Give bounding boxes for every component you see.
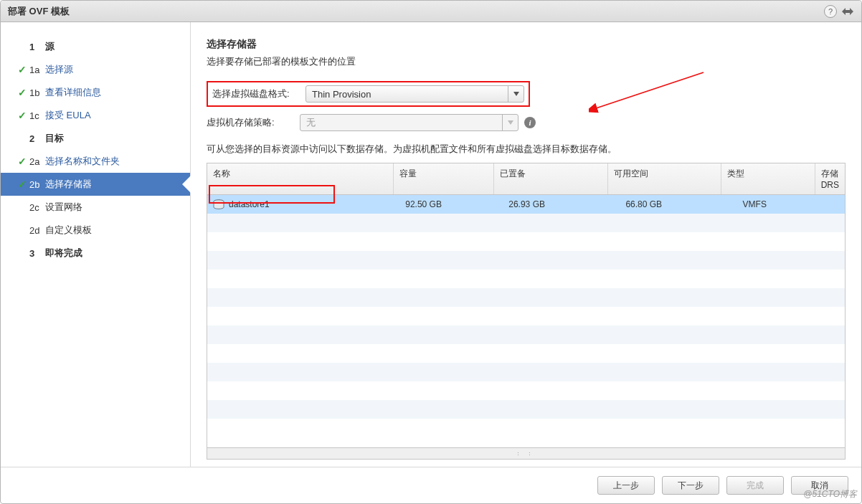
table-row — [207, 214, 845, 232]
wizard-steps-sidebar: 1 源✓1a 选择源✓1b 查看详细信息✓1c 接受 EULA2 目标✓2a 选… — [1, 22, 191, 467]
step-label: 自定义模板 — [45, 224, 92, 237]
cell-type: VMFS — [737, 199, 833, 209]
wizard-step-2: 2 目标 — [1, 127, 190, 150]
wizard-step-3: 3 即将完成 — [1, 242, 190, 265]
back-button[interactable]: 上一步 — [597, 476, 655, 495]
check-icon: ✓ — [15, 110, 29, 121]
table-row — [207, 251, 845, 270]
table-row — [207, 400, 845, 419]
table-body: datastore192.50 GB26.93 GB66.80 GBVMFS — [207, 195, 845, 447]
datastore-name: datastore1 — [229, 199, 270, 209]
step-number: 2d — [29, 225, 45, 236]
step-number: 3 — [29, 248, 45, 259]
table-row — [207, 307, 845, 325]
step-number: 1 — [29, 42, 45, 52]
wizard-step-1a[interactable]: ✓1a 选择源 — [1, 58, 190, 81]
step-label: 目标 — [45, 132, 64, 145]
table-row — [207, 232, 845, 251]
table-row — [207, 288, 845, 307]
disk-format-select[interactable]: Thin Provision — [306, 85, 524, 103]
cell-capacity: 92.50 GB — [399, 199, 503, 209]
wizard-step-2b[interactable]: ✓2b 选择存储器 — [1, 173, 190, 196]
help-icon[interactable]: ? — [824, 5, 837, 18]
horizontal-scrollbar[interactable]: : : — [207, 447, 845, 459]
table-row — [207, 363, 845, 381]
step-number: 1c — [29, 110, 45, 121]
step-number: 2b — [29, 179, 45, 190]
datastore-table: 名称 容量 已置备 可用空间 类型 存储 DRS datastore192.50… — [207, 163, 846, 460]
step-label: 选择存储器 — [45, 178, 92, 191]
step-number: 2c — [29, 202, 45, 213]
finish-button: 完成 — [726, 476, 784, 495]
ovf-deploy-dialog: 部署 OVF 模板 ? 1 源✓1a 选择源✓1b 查看详细信息✓1c 接受 E… — [0, 0, 862, 504]
step-label: 选择名称和文件夹 — [45, 155, 120, 168]
col-header-name[interactable]: 名称 — [207, 163, 394, 194]
step-label: 源 — [45, 40, 55, 53]
cell-free: 66.80 GB — [620, 199, 737, 209]
step-number: 1a — [29, 65, 45, 75]
titlebar: 部署 OVF 模板 ? — [1, 1, 861, 22]
wizard-step-1c[interactable]: ✓1c 接受 EULA — [1, 104, 190, 127]
chevron-down-icon — [502, 115, 518, 130]
cell-name: datastore1 — [207, 199, 399, 209]
col-header-provisioned[interactable]: 已置备 — [494, 163, 607, 194]
col-header-capacity[interactable]: 容量 — [394, 163, 494, 194]
step-number: 2 — [29, 133, 45, 144]
storage-hint-text: 可从您选择的目标资源中访问以下数据存储。为虚拟机配置文件和所有虚拟磁盘选择目标数… — [207, 143, 846, 156]
chevron-down-icon — [508, 86, 524, 102]
col-header-type[interactable]: 类型 — [721, 163, 815, 194]
wizard-step-2a[interactable]: ✓2a 选择名称和文件夹 — [1, 150, 190, 173]
table-row — [207, 270, 845, 288]
page-title: 选择存储器 — [207, 38, 846, 51]
step-label: 即将完成 — [45, 247, 82, 260]
wizard-step-2d: 2d 自定义模板 — [1, 219, 190, 242]
step-label: 设置网络 — [45, 201, 82, 214]
disk-format-label: 选择虚拟磁盘格式: — [212, 87, 306, 100]
col-header-free[interactable]: 可用空间 — [608, 163, 721, 194]
storage-policy-label: 虚拟机存储策略: — [207, 116, 300, 129]
page-subtitle: 选择要存储已部署的模板文件的位置 — [207, 55, 846, 68]
step-number: 1b — [29, 87, 45, 98]
table-row — [207, 344, 845, 363]
step-label: 选择源 — [45, 63, 73, 76]
datastore-icon — [213, 199, 224, 209]
cell-provisioned: 26.93 GB — [503, 199, 620, 209]
storage-policy-value: 无 — [306, 116, 316, 129]
wizard-main-panel: 选择存储器 选择要存储已部署的模板文件的位置 选择虚拟磁盘格式: Thin Pr… — [191, 22, 861, 467]
table-header-row: 名称 容量 已置备 可用空间 类型 存储 DRS — [207, 163, 845, 195]
info-icon[interactable]: i — [524, 117, 536, 128]
wizard-step-1b[interactable]: ✓1b 查看详细信息 — [1, 81, 190, 104]
window-title: 部署 OVF 模板 — [8, 5, 824, 18]
check-icon: ✓ — [15, 156, 29, 167]
table-row — [207, 325, 845, 344]
disk-format-row-highlight: 选择虚拟磁盘格式: Thin Provision — [207, 81, 530, 107]
col-header-drs[interactable]: 存储 DRS — [815, 163, 845, 194]
wizard-footer: 上一步 下一步 完成 取消 — [1, 467, 861, 503]
dock-icon[interactable] — [841, 6, 854, 16]
storage-policy-select: 无 — [300, 114, 518, 131]
wizard-step-2c: 2c 设置网络 — [1, 196, 190, 219]
table-row[interactable]: datastore192.50 GB26.93 GB66.80 GBVMFS — [207, 195, 845, 214]
disk-format-value: Thin Provision — [312, 89, 371, 100]
step-label: 查看详细信息 — [45, 86, 101, 99]
table-row — [207, 381, 845, 400]
table-row — [207, 419, 845, 437]
check-icon: ✓ — [15, 64, 29, 75]
step-number: 2a — [29, 156, 45, 167]
step-label: 接受 EULA — [45, 109, 91, 122]
check-icon: ✓ — [15, 179, 29, 190]
wizard-step-1: 1 源 — [1, 35, 190, 58]
next-button[interactable]: 下一步 — [662, 476, 719, 495]
check-icon: ✓ — [15, 87, 29, 98]
watermark-text: @51CTO博客 — [803, 488, 857, 500]
